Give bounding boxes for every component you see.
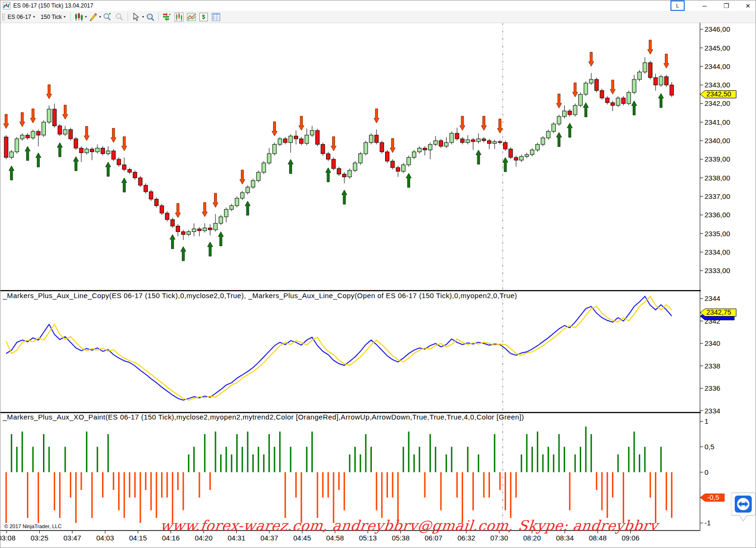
restore-button[interactable]: ❐ xyxy=(722,2,731,9)
time-tick-label: 04:03 xyxy=(96,534,114,542)
cursor-tool-button[interactable] xyxy=(131,12,141,22)
time-tick-label: 03:08 xyxy=(0,534,16,542)
indicators-icon xyxy=(162,12,172,22)
grid-icon xyxy=(211,12,221,22)
candle-up xyxy=(219,217,223,223)
arrow-down-icon xyxy=(481,116,487,130)
histogram-series xyxy=(6,427,673,523)
candle-down xyxy=(670,85,674,95)
hist-bar-up xyxy=(435,447,436,472)
arrow-up-icon xyxy=(36,153,41,167)
candle-up xyxy=(541,138,545,145)
instrument-label: ES 06-17 xyxy=(8,14,31,20)
arrow-down-icon xyxy=(240,170,245,184)
hist-bar-down xyxy=(338,472,340,490)
hist-bar-down xyxy=(510,472,511,518)
hist-bar-down xyxy=(381,472,383,518)
hist-bar-up xyxy=(521,454,522,472)
arrow-down-icon xyxy=(299,116,304,130)
candle-down xyxy=(69,129,72,139)
hist-bar-down xyxy=(145,472,146,490)
arrow-down-icon xyxy=(589,52,594,66)
cursor-arrow-icon xyxy=(131,12,141,22)
candle-down xyxy=(386,152,389,161)
hist-bar-down xyxy=(102,472,103,498)
minimize-button[interactable]: ─ xyxy=(700,2,709,9)
hist-tick-label: 0 xyxy=(704,468,708,476)
time-tick-label: 07:30 xyxy=(490,534,508,542)
hist-bar-down xyxy=(596,472,597,490)
hist-bar-up xyxy=(220,454,222,472)
instrument-selector[interactable]: ES 06-17 ▾ xyxy=(5,13,38,21)
hist-bar-up xyxy=(370,447,372,472)
hist-bar-down xyxy=(655,472,656,523)
candle-down xyxy=(423,148,427,150)
zoom-out-icon xyxy=(115,12,124,22)
chevron-down-icon[interactable]: ▾ xyxy=(99,15,101,19)
hist-bar-up xyxy=(349,454,351,472)
zoom-in-icon xyxy=(103,12,112,22)
close-button[interactable]: ✕ xyxy=(743,2,753,9)
arrow-up-icon xyxy=(245,201,250,215)
time-tick-label: 08:34 xyxy=(556,534,574,542)
data-grid-button[interactable] xyxy=(211,12,221,22)
hist-bar-down xyxy=(671,472,672,518)
candle-up xyxy=(627,93,631,104)
candle-down xyxy=(396,168,400,171)
chevron-down-icon[interactable]: ▾ xyxy=(142,15,144,19)
hist-bar-down xyxy=(91,472,93,518)
line-tick-label: 2336 xyxy=(704,384,720,392)
candle-up xyxy=(552,124,556,131)
chart-canvas[interactable]: 2346,002345,002344,002343,002342,002341,… xyxy=(0,23,756,548)
zoom-in-button[interactable] xyxy=(103,12,112,22)
candle-down xyxy=(326,154,330,159)
data-box-button[interactable] xyxy=(146,12,155,22)
chart-snapshot-button[interactable] xyxy=(187,12,196,22)
candle-down xyxy=(332,159,335,169)
candle-up xyxy=(235,198,239,206)
candle-up xyxy=(310,130,314,135)
candle-down xyxy=(171,220,174,226)
arrow-up-icon xyxy=(180,247,186,261)
candle-down xyxy=(112,151,115,159)
hist-bar-up xyxy=(548,447,549,472)
hist-bar-down xyxy=(140,472,141,523)
chevron-down-icon[interactable]: ▾ xyxy=(85,15,87,19)
last-price-tag: 2342,50 xyxy=(700,90,736,98)
hist-bar-up xyxy=(236,434,238,472)
hist-bar-down xyxy=(317,472,318,518)
candle-up xyxy=(562,111,566,117)
hist-bar-down xyxy=(54,472,55,511)
price-tick-label: 2339,00 xyxy=(704,155,730,163)
account-data-button[interactable]: $ xyxy=(199,12,208,22)
candle-down xyxy=(498,142,502,143)
title-bar[interactable]: ES 06-17 (150 Tick) 13.04.2017 L ─ ❐ ✕ xyxy=(0,0,756,11)
hist-bar-up xyxy=(48,447,50,472)
indicators-button[interactable] xyxy=(162,12,172,22)
candle-up xyxy=(402,165,405,171)
remote-control-widget[interactable] xyxy=(731,492,756,522)
time-tick-label: 08:48 xyxy=(589,534,607,542)
remote-session-button[interactable]: L xyxy=(670,0,685,11)
toolbar-grip[interactable] xyxy=(1,13,5,21)
hist-bar-up xyxy=(97,447,98,472)
snapshot-icon xyxy=(187,12,196,22)
candle-down xyxy=(375,135,378,143)
chart-style-button[interactable] xyxy=(74,12,84,22)
drawing-tools-button[interactable] xyxy=(88,12,98,22)
candle-up xyxy=(106,151,110,154)
price-tick-label: 2341,00 xyxy=(704,118,730,126)
hist-bar-up xyxy=(542,454,544,472)
candle-down xyxy=(294,136,298,139)
candle-down xyxy=(101,148,104,154)
candle-up xyxy=(616,98,620,105)
interval-selector[interactable]: 150 Tick ▾ xyxy=(38,13,69,21)
hist-bar-up xyxy=(575,454,576,472)
chart-panel-button[interactable] xyxy=(174,12,184,22)
candle-up xyxy=(267,154,271,163)
hist-bar-down xyxy=(301,472,302,523)
candle-up xyxy=(407,157,411,165)
zoom-out-button[interactable] xyxy=(115,12,124,22)
candle-up xyxy=(643,63,647,72)
arrow-down-icon xyxy=(4,114,9,128)
